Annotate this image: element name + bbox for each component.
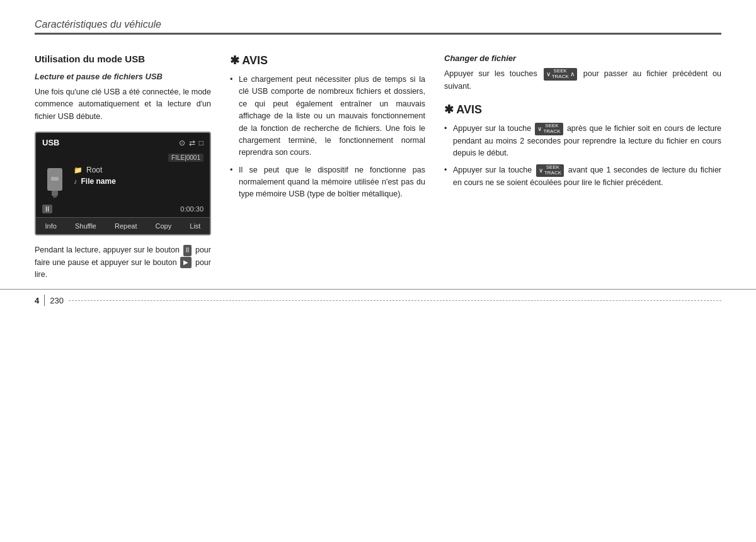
seek-track-label: SEEKTRACK [552, 69, 569, 80]
svg-rect-3 [53, 196, 57, 198]
arrow-left-icon: ∨ [546, 70, 551, 79]
arrow-left-icon-2: ∨ [537, 125, 542, 133]
usb-btn-list[interactable]: List [186, 221, 204, 231]
avis-bullet-3: Appuyer sur la touche ∨ SEEKTRACK après … [444, 123, 721, 159]
changer-title: Changer de fichier [444, 54, 721, 63]
page-footer: 4 230 [0, 289, 756, 306]
usb-btn-info[interactable]: Info [42, 221, 60, 231]
seek-track-button-2: ∨ SEEKTRACK [535, 123, 563, 135]
seek-track-label-2: SEEKTRACK [543, 123, 560, 135]
usb-progress-area: II 0:00:30 [42, 202, 203, 217]
time-display: 0:00:30 [180, 205, 203, 213]
left-column: Utilisation du mode USB Lecture et pause… [35, 54, 211, 281]
usb-icon-screen: □ [199, 138, 203, 147]
usb-icon-circle: ⊙ [179, 138, 185, 147]
avis-title-2: ✱ AVIS [444, 103, 721, 116]
seek-track-button-3: ∨ SEEKTRACK [536, 164, 564, 177]
avis-box-1: ✱ AVIS Le chargement peut nécessiter plu… [230, 54, 425, 201]
file-badge: FILE|0001 [168, 154, 203, 162]
usb-content: 📁 Root ♪ File name [42, 164, 203, 198]
middle-column: ✱ AVIS Le chargement peut nécessiter plu… [230, 54, 425, 212]
usb-screen-icons: ⊙ ⇄ □ [179, 138, 203, 147]
pause-button-inline: II [183, 245, 192, 256]
left-body-text-2: Pendant la lecture, appuyer sur le bouto… [35, 244, 211, 281]
avis-bullet-3-before: Appuyer sur la touche [453, 124, 534, 133]
page-header: Caractéristiques du véhicule [35, 19, 721, 35]
avis-bullet-1: Le chargement peut nécessiter plus de te… [230, 74, 425, 159]
right-column: Changer de fichier Appuyer sur les touch… [444, 54, 721, 200]
pause-indicator: II [42, 205, 52, 213]
changer-body: Appuyer sur les touches ∨ SEEKTRACK ∧ po… [444, 68, 721, 93]
play-button-inline: ▶ [180, 257, 192, 268]
avis-bullet-2: Il se peut que le dispositif ne fonction… [230, 164, 425, 201]
section-title: Utilisation du mode USB [35, 54, 211, 64]
pause-text-before: Pendant la lecture, appuyer sur le bouto… [35, 246, 180, 254]
folder-icon: 📁 [74, 166, 83, 174]
usb-stick-area [42, 167, 67, 198]
footer-number: 4 [35, 296, 39, 305]
arrow-left-icon-3: ∨ [539, 166, 543, 175]
seek-track-label-3: SEEKTRACK [544, 165, 561, 176]
usb-file-item: ♪ File name [74, 176, 203, 187]
avis-bullets-2: Appuyer sur la touche ∨ SEEKTRACK après … [444, 123, 721, 189]
usb-stick-icon [45, 167, 65, 198]
changer-body-text: Appuyer sur les touches [444, 69, 537, 78]
file-name: File name [81, 177, 116, 186]
avis-title-1: ✱ AVIS [230, 54, 425, 67]
svg-rect-2 [52, 191, 58, 196]
avis-bullet-4: Appuyer sur la touche ∨ SEEKTRACK avant … [444, 164, 721, 189]
page-container: Caractéristiques du véhicule Utilisation… [0, 0, 756, 319]
usb-screen: USB ⊙ ⇄ □ FILE|0001 [35, 132, 211, 235]
footer-page: 230 [50, 296, 64, 305]
usb-bottom-bar[interactable]: Info Shuffle Repeat Copy List [36, 217, 210, 234]
avis-bullet-4-before: Appuyer sur la touche [453, 166, 535, 174]
music-icon: ♪ [74, 178, 77, 185]
folder-name: Root [86, 166, 102, 174]
subsection-title: Lecture et pause de fichiers USB [35, 72, 211, 81]
columns: Utilisation du mode USB Lecture et pause… [35, 54, 721, 281]
footer-dashes [69, 300, 721, 301]
left-body-text-1: Une fois qu'une clé USB a été connectée,… [35, 86, 211, 123]
usb-icon-transfer: ⇄ [189, 138, 195, 147]
usb-screen-header: USB ⊙ ⇄ □ [42, 138, 203, 147]
usb-folder-item: 📁 Root [74, 164, 203, 176]
usb-btn-copy[interactable]: Copy [152, 221, 176, 231]
usb-file-list: 📁 Root ♪ File name [74, 164, 203, 187]
usb-btn-shuffle[interactable]: Shuffle [71, 221, 100, 231]
usb-label: USB [42, 138, 59, 147]
footer-divider [44, 295, 45, 306]
svg-rect-1 [51, 177, 59, 181]
page-header-title: Caractéristiques du véhicule [35, 19, 161, 30]
arrow-right-icon: ∧ [570, 70, 575, 79]
usb-btn-repeat[interactable]: Repeat [111, 221, 140, 231]
avis-bullets-1: Le chargement peut nécessiter plus de te… [230, 74, 425, 201]
avis-box-2: ✱ AVIS Appuyer sur la touche ∨ SEEKTRACK… [444, 103, 721, 189]
seek-track-button-1: ∨ SEEKTRACK ∧ [544, 68, 577, 81]
